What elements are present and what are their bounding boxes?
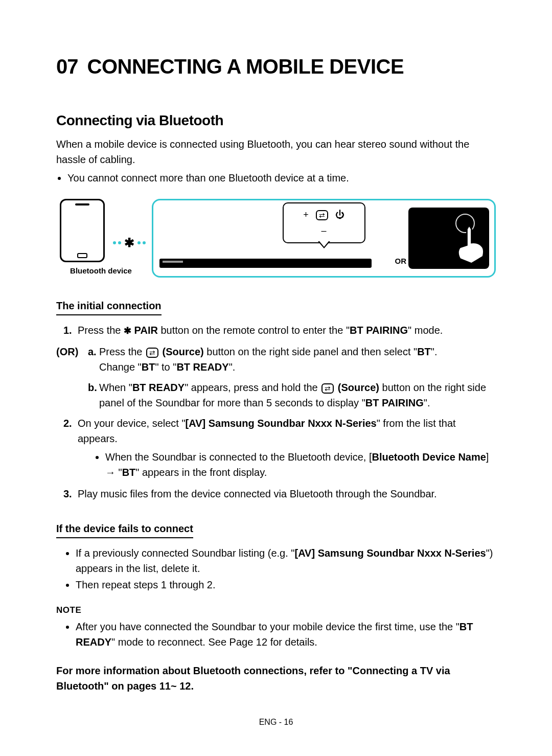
step-num: 3. bbox=[63, 486, 72, 501]
callout-source-icon: ⇄ bbox=[316, 210, 328, 220]
step-3: 3. Play music files from the device conn… bbox=[56, 486, 496, 501]
fails-item-2: Then repeat steps 1 through 2. bbox=[76, 577, 496, 592]
bluetooth-dots: ✱ bbox=[113, 223, 146, 262]
substep-a: a. Press the ⇄ (Source) button on the ri… bbox=[88, 344, 496, 375]
callout-minus-icon: – bbox=[321, 224, 326, 238]
step-2-bullets: When the Soundbar is connected to the Bl… bbox=[105, 449, 496, 480]
diagram-soundbar-panel: + ⇄ ⏻ – OR bbox=[152, 199, 496, 278]
touch-panel-icon bbox=[408, 208, 489, 269]
diagram-phone-section: ✱ Bluetooth device bbox=[56, 199, 146, 278]
page: 07CONNECTING A MOBILE DEVICE Connecting … bbox=[0, 0, 552, 756]
steps-list: 1. Press the ✱ PAIR button on the remote… bbox=[56, 323, 496, 338]
callout-bubble: + ⇄ ⏻ – bbox=[283, 202, 365, 243]
note-list: After you have connected the Soundbar to… bbox=[76, 619, 496, 650]
bt-device-label: Bluetooth device bbox=[56, 265, 146, 277]
diagram: ✱ Bluetooth device + ⇄ ⏻ – OR bbox=[56, 199, 496, 278]
note-heading: NOTE bbox=[56, 604, 496, 617]
substeps: (OR) a. Press the ⇄ (Source) button on t… bbox=[56, 344, 496, 410]
step-2: 2. On your device, select "[AV] Samsung … bbox=[56, 416, 496, 480]
limitation-list: You cannot connect more than one Bluetoo… bbox=[67, 170, 496, 186]
fails-heading: If the device fails to connect bbox=[56, 521, 193, 538]
bt-pair-icon: ✱ bbox=[124, 326, 131, 336]
hand-icon bbox=[446, 220, 489, 266]
phone-icon bbox=[60, 199, 105, 262]
fails-list: If a previously connected Soundbar listi… bbox=[76, 545, 496, 592]
source-icon: ⇄ bbox=[146, 348, 158, 358]
fails-section: If the device fails to connect If a prev… bbox=[56, 516, 496, 592]
callout-power-icon: ⏻ bbox=[335, 208, 344, 222]
limitation-item: You cannot connect more than one Bluetoo… bbox=[67, 170, 496, 186]
chapter-number: 07 bbox=[56, 51, 78, 82]
bluetooth-icon: ✱ bbox=[124, 234, 134, 252]
step-1: 1. Press the ✱ PAIR button on the remote… bbox=[56, 323, 496, 338]
or-vertical: (OR) bbox=[56, 344, 78, 359]
initial-heading: The initial connection bbox=[56, 298, 162, 315]
step-2-bullet: When the Soundbar is connected to the Bl… bbox=[105, 449, 496, 480]
chapter-header: 07CONNECTING A MOBILE DEVICE bbox=[56, 51, 496, 82]
fails-item-1: If a previously connected Soundbar listi… bbox=[76, 545, 496, 576]
step-num: 2. bbox=[63, 416, 72, 431]
intro-text: When a mobile device is connected using … bbox=[56, 136, 496, 167]
step-num: 1. bbox=[63, 323, 72, 338]
page-footer: ENG - 16 bbox=[0, 716, 552, 728]
chapter-title: CONNECTING A MOBILE DEVICE bbox=[87, 55, 404, 78]
substep-letter: a. bbox=[88, 344, 97, 359]
or-label: OR bbox=[395, 256, 407, 267]
section-heading: Connecting via Bluetooth bbox=[56, 110, 496, 131]
substep-b: b. When "BT READY" appears, press and ho… bbox=[88, 380, 496, 410]
more-info: For more information about Bluetooth con… bbox=[56, 663, 496, 694]
substep-letter: b. bbox=[88, 380, 97, 395]
steps-list-2: 2. On your device, select "[AV] Samsung … bbox=[56, 416, 496, 501]
source-icon: ⇄ bbox=[321, 383, 334, 394]
soundbar-icon bbox=[159, 259, 372, 268]
callout-plus-icon: + bbox=[303, 208, 309, 222]
note-item: After you have connected the Soundbar to… bbox=[76, 619, 496, 650]
